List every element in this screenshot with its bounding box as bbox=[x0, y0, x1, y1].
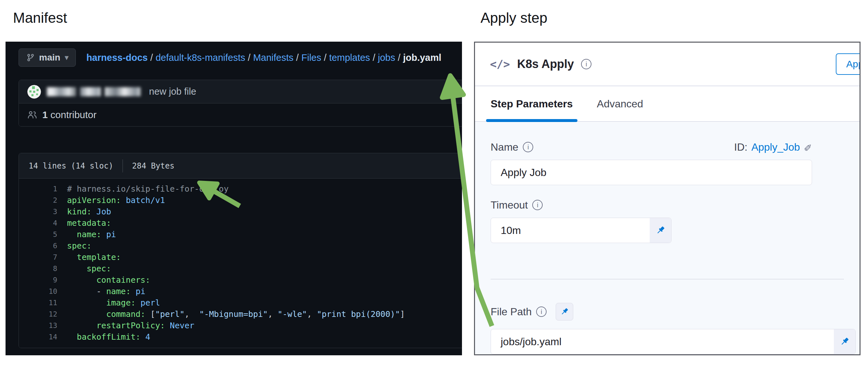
code-token bbox=[67, 332, 77, 342]
code-token bbox=[165, 321, 170, 330]
contributor-count: 1 bbox=[42, 109, 48, 120]
file-line-count: 14 lines (14 sloc) bbox=[29, 161, 113, 171]
line-number[interactable]: 8 bbox=[19, 263, 57, 274]
code-token: command: bbox=[106, 309, 145, 319]
code-token: perl bbox=[141, 298, 160, 307]
code-step-icon: </> bbox=[490, 58, 510, 70]
code-line: 13 restartPolicy: Never bbox=[19, 320, 462, 331]
avatar[interactable] bbox=[27, 85, 41, 99]
breadcrumb-link[interactable]: default-k8s-manifests bbox=[156, 52, 245, 63]
apply-step-section-title: Apply step bbox=[480, 10, 547, 26]
tab-step-parameters[interactable]: Step Parameters bbox=[491, 86, 573, 121]
breadcrumb-link[interactable]: templates bbox=[329, 52, 370, 63]
line-number[interactable]: 1 bbox=[19, 183, 57, 194]
code-token: containers: bbox=[96, 275, 150, 285]
name-label: Name i bbox=[491, 141, 533, 153]
code-token: "-wle" bbox=[278, 309, 307, 319]
code-token: template: bbox=[77, 252, 121, 262]
line-number[interactable]: 11 bbox=[19, 297, 57, 308]
code-token bbox=[101, 230, 106, 239]
code-line: 12 command: ["perl", "-Mbignum=bpi", "-w… bbox=[19, 308, 462, 320]
line-number[interactable]: 5 bbox=[19, 229, 57, 240]
info-icon[interactable]: i bbox=[523, 142, 533, 152]
chevron-down-icon: ▾ bbox=[65, 53, 68, 62]
branch-name: main bbox=[39, 52, 60, 63]
line-number[interactable]: 9 bbox=[19, 274, 57, 286]
contributors-row[interactable]: 1 contributor bbox=[19, 103, 462, 126]
info-icon[interactable]: i bbox=[581, 59, 591, 69]
code-token: name: bbox=[77, 230, 101, 239]
code-token bbox=[67, 264, 87, 273]
github-file-nav: main ▾ harness-docs / default-k8s-manife… bbox=[19, 48, 462, 67]
line-number[interactable]: 12 bbox=[19, 308, 57, 320]
breadcrumb-link[interactable]: harness-docs bbox=[86, 52, 148, 63]
name-input[interactable]: Apply Job bbox=[491, 160, 812, 185]
code-token: metadata: bbox=[67, 218, 111, 228]
code-token: "perl" bbox=[155, 309, 184, 319]
breadcrumb-link[interactable]: jobs bbox=[378, 52, 395, 63]
file-path-input[interactable]: jobs/job.yaml bbox=[491, 329, 856, 354]
file-path-label: File Path i bbox=[491, 306, 547, 318]
code-line: 3kind: Job bbox=[19, 206, 462, 217]
code-line-content: backoffLimit: 4 bbox=[57, 331, 150, 343]
step-tabs: Step Parameters Advanced bbox=[475, 86, 860, 122]
breadcrumb-separator: / bbox=[370, 52, 378, 63]
page: Manifest Apply step main ▾ harness-docs … bbox=[0, 0, 868, 367]
line-number[interactable]: 7 bbox=[19, 251, 57, 263]
info-icon[interactable]: i bbox=[536, 306, 547, 317]
code-token: kind: bbox=[67, 207, 91, 216]
breadcrumb-link[interactable]: Files bbox=[301, 52, 321, 63]
code-token: image: bbox=[106, 298, 135, 307]
commit-message[interactable]: new job file bbox=[149, 86, 196, 97]
code-token bbox=[67, 230, 77, 239]
code-token: "-Mbignum=bpi" bbox=[199, 309, 268, 319]
line-number[interactable]: 10 bbox=[19, 286, 57, 297]
tab-advanced[interactable]: Advanced bbox=[597, 86, 643, 121]
code-token: , bbox=[268, 309, 278, 319]
pin-input-type-toggle[interactable] bbox=[834, 329, 855, 354]
code-token: , bbox=[184, 309, 199, 319]
line-number[interactable]: 4 bbox=[19, 217, 57, 229]
edit-id-pencil-icon[interactable]: ✎ bbox=[804, 142, 812, 153]
breadcrumb-link[interactable]: Manifests bbox=[253, 52, 293, 63]
pin-input-type-button[interactable] bbox=[556, 303, 573, 320]
code-line: 14 backoffLimit: 4 bbox=[19, 331, 462, 343]
breadcrumb-separator: / bbox=[321, 52, 329, 63]
code-token: 4 bbox=[146, 332, 150, 342]
line-number[interactable]: 14 bbox=[19, 331, 57, 343]
id-value-link[interactable]: Apply_Job bbox=[751, 141, 800, 153]
code-token bbox=[136, 298, 141, 307]
timeout-input[interactable]: 10m bbox=[491, 218, 672, 243]
breadcrumb-separator: / bbox=[148, 52, 156, 63]
code-line: 1# harness.io/skip-file-for-deploy bbox=[19, 183, 462, 194]
code-line-content: # harness.io/skip-file-for-deploy bbox=[57, 183, 229, 194]
breadcrumb-current-file: job.yaml bbox=[403, 52, 441, 63]
line-number[interactable]: 3 bbox=[19, 206, 57, 217]
pin-input-type-toggle[interactable] bbox=[650, 218, 671, 243]
code-token: apiVersion: bbox=[67, 195, 121, 205]
commit-author-redacted bbox=[47, 87, 141, 96]
section-divider bbox=[491, 279, 844, 279]
latest-commit-box: new job file 1 contributor bbox=[19, 80, 462, 127]
code-line-content: spec: bbox=[57, 263, 111, 274]
line-number[interactable]: 2 bbox=[19, 194, 57, 206]
code-line-content: containers: bbox=[57, 274, 150, 286]
code-token: Never bbox=[170, 321, 194, 330]
code-line-content: template: bbox=[57, 251, 121, 263]
line-number[interactable]: 13 bbox=[19, 320, 57, 331]
line-number[interactable]: 6 bbox=[19, 240, 57, 251]
breadcrumb-separator: / bbox=[395, 52, 403, 63]
step-id: ID: Apply_Job ✎ bbox=[734, 141, 812, 153]
branch-selector-button[interactable]: main ▾ bbox=[19, 49, 76, 67]
code-line: 9 containers: bbox=[19, 274, 462, 286]
code-token: ] bbox=[400, 309, 405, 319]
id-label: ID: bbox=[734, 141, 748, 153]
code-line: 5 name: pi bbox=[19, 229, 462, 240]
info-icon[interactable]: i bbox=[532, 200, 542, 210]
breadcrumb: harness-docs / default-k8s-manifests / M… bbox=[86, 52, 441, 63]
code-token: pi bbox=[106, 230, 116, 239]
code-token bbox=[67, 321, 96, 330]
code-token: "print bpi(2000)" bbox=[317, 309, 400, 319]
code-token bbox=[67, 298, 106, 307]
apply-changes-button[interactable]: Apply bbox=[836, 53, 861, 75]
